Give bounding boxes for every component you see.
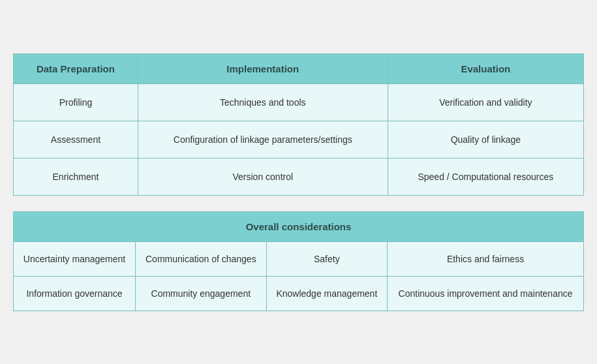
cell-assessment: Assessment: [14, 121, 138, 158]
cell-version-control: Version control: [138, 158, 388, 195]
cell-verification-validity: Verification and validity: [388, 83, 583, 121]
table-row: Uncertainty management Communication of …: [14, 241, 584, 276]
cell-information-governance: Information governance: [14, 276, 136, 311]
cell-ethics-fairness: Ethics and fairness: [388, 241, 584, 276]
cell-speed-computational: Speed / Computational resources: [388, 158, 583, 195]
cell-safety: Safety: [266, 241, 387, 276]
cell-quality-linkage: Quality of linkage: [388, 121, 583, 158]
cell-community-engagement: Community engagement: [136, 276, 267, 311]
cell-profiling: Profiling: [14, 83, 138, 121]
cell-knowledge-management: Knowledge management: [266, 276, 387, 311]
cell-communication-changes: Communication of changes: [136, 241, 267, 276]
table-row: Assessment Configuration of linkage para…: [14, 121, 584, 158]
table-row: Enrichment Version control Speed / Compu…: [14, 158, 584, 195]
table-row: Profiling Techniques and tools Verificat…: [14, 83, 584, 121]
page-wrapper: Data Preparation Implementation Evaluati…: [13, 53, 584, 311]
header-evaluation: Evaluation: [388, 53, 583, 83]
table-row: Information governance Community engagem…: [14, 276, 584, 311]
header-overall-considerations: Overall considerations: [14, 211, 584, 241]
bottom-table: Overall considerations Uncertainty manag…: [13, 211, 584, 311]
cell-configuration-linkage: Configuration of linkage parameters/sett…: [138, 121, 388, 158]
cell-techniques-tools: Techniques and tools: [138, 83, 388, 121]
header-implementation: Implementation: [138, 53, 388, 83]
cell-enrichment: Enrichment: [14, 158, 138, 195]
cell-continuous-improvement: Continuous improvement and maintenance: [388, 276, 584, 311]
header-data-preparation: Data Preparation: [14, 53, 138, 83]
top-table: Data Preparation Implementation Evaluati…: [13, 53, 584, 196]
cell-uncertainty-management: Uncertainty management: [14, 241, 136, 276]
